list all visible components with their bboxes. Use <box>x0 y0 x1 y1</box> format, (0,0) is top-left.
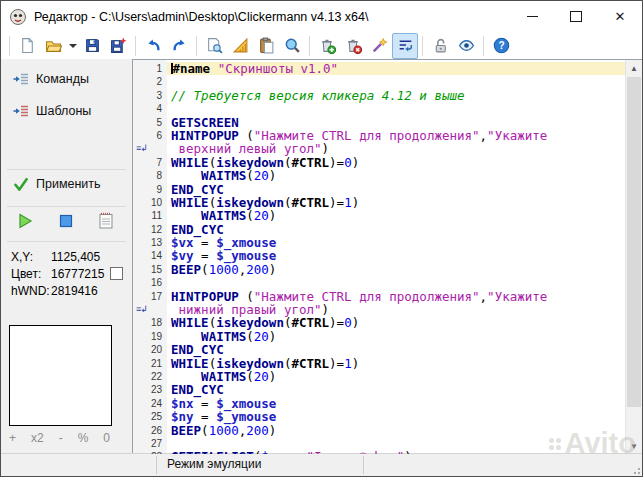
toolbar-separator <box>422 36 423 56</box>
toolbar-separator <box>9 36 10 56</box>
preview-zoom-minus[interactable]: - <box>59 431 63 445</box>
preview-zoom-x2[interactable]: x2 <box>31 431 44 445</box>
code-line: 16 <box>133 276 625 289</box>
code-text[interactable]: нижний правый угол") <box>167 303 625 316</box>
window-title: Редактор - C:\Users\admin\Desktop\Clicke… <box>34 10 510 24</box>
code-text[interactable]: $nx = $_xmouse <box>167 397 625 410</box>
undo-button[interactable] <box>140 33 166 59</box>
line-number: 16 <box>133 276 167 289</box>
code-line: 14$vy = $_ymouse <box>133 249 625 262</box>
save-button[interactable] <box>79 33 105 59</box>
lock-button[interactable] <box>427 33 453 59</box>
code-editor[interactable]: 1#name "Скриншоты v1.0"23// Требуется ве… <box>132 59 642 454</box>
templates-button[interactable]: Шаблоны <box>1 99 132 123</box>
code-text[interactable]: WAITMS(20) <box>167 209 625 222</box>
zoom-controls: +x2-%0 <box>9 431 110 445</box>
code-text[interactable]: HINTPOPUP ("Нажмите CTRL для продолжения… <box>167 290 625 303</box>
code-text[interactable]: GETSCREEN <box>167 116 625 129</box>
close-button[interactable]: ✕ <box>598 1 642 32</box>
scroll-up-button[interactable]: ▲ <box>626 60 642 76</box>
eye-button[interactable] <box>453 33 479 59</box>
minimize-button[interactable] <box>510 1 554 32</box>
commands-label: Команды <box>36 72 89 86</box>
code-line: 11 WAITMS(20) <box>133 209 625 222</box>
apply-check-icon <box>13 176 29 192</box>
apply-button[interactable]: Применить <box>1 172 132 196</box>
code-text[interactable]: WAITMS(20) <box>167 370 625 383</box>
code-text[interactable] <box>167 437 625 450</box>
line-number: 1 <box>133 62 167 75</box>
code-text[interactable]: WHILE(iskeydown(#CTRL)=0) <box>167 316 625 329</box>
code-line: 5GETSCREEN <box>133 116 625 129</box>
code-text[interactable]: WHILE(iskeydown(#CTRL)=1) <box>167 357 625 370</box>
code-text[interactable]: $vx = $_xmouse <box>167 236 625 249</box>
help-icon: ? <box>493 37 510 54</box>
open-dropdown-icon <box>69 44 77 48</box>
status-bar: Режим эмуляции <box>1 453 642 476</box>
wrap-marker: ≡↲ <box>133 303 167 316</box>
stop-button[interactable] <box>56 211 76 231</box>
code-text[interactable]: $ny = $_ymouse <box>167 410 625 423</box>
code-text[interactable]: HINTPOPUP ("Нажмите CTRL для продолжения… <box>167 129 625 142</box>
code-text[interactable]: #name "Скриншоты v1.0" <box>167 62 625 75</box>
maximize-button[interactable] <box>554 1 598 32</box>
code-text[interactable]: BEEP(1000,200) <box>167 424 625 437</box>
code-text[interactable]: WHILE(iskeydown(#CTRL)=0) <box>167 156 625 169</box>
code-text[interactable]: BEEP(1000,200) <box>167 263 625 276</box>
undo-icon <box>145 37 162 54</box>
code-text[interactable]: GETFILELIST($arr, "Image_*.bmp") <box>167 450 625 454</box>
code-text[interactable]: // Требуется версия кликера 4.12 и выше <box>167 89 625 102</box>
code-text[interactable] <box>167 276 625 289</box>
statusbar-divider <box>363 456 364 474</box>
maximize-icon <box>570 11 582 22</box>
line-number: 20 <box>133 343 167 356</box>
find-preview-button[interactable] <box>201 33 227 59</box>
word-wrap-button[interactable] <box>392 33 418 59</box>
trash-add-button[interactable] <box>314 33 340 59</box>
code-text[interactable]: WAITMS(20) <box>167 169 625 182</box>
code-line: 4 <box>133 102 625 115</box>
paste-button[interactable] <box>253 33 279 59</box>
code-text[interactable]: END_CYC <box>167 343 625 356</box>
hwnd-label: hWND: <box>11 284 51 298</box>
syntax-ruler-button[interactable] <box>227 33 253 59</box>
vertical-scrollbar[interactable]: ▲ ▼ <box>625 60 642 454</box>
preview-zoom-0[interactable]: 0 <box>103 431 110 445</box>
code-line: 24$nx = $_xmouse <box>133 397 625 410</box>
redo-icon <box>171 37 188 54</box>
code-text[interactable]: верхний левый угол") <box>167 142 625 155</box>
code-text[interactable]: WHILE(iskeydown(#CTRL)=1) <box>167 196 625 209</box>
trash-remove-button[interactable] <box>340 33 366 59</box>
code-text[interactable]: END_CYC <box>167 223 625 236</box>
resize-grip[interactable] <box>630 464 640 474</box>
preview-zoom-plus[interactable]: + <box>9 431 16 445</box>
redo-button[interactable] <box>166 33 192 59</box>
play-button[interactable] <box>15 211 35 231</box>
main-area: Команды Шаблоны Применить X,Y: <box>1 59 642 454</box>
line-number: 18 <box>133 316 167 329</box>
close-icon: ✕ <box>615 10 626 23</box>
help-button[interactable]: ? <box>488 33 514 59</box>
magic-wand-button[interactable] <box>366 33 392 59</box>
code-text[interactable]: WAITMS(20) <box>167 330 625 343</box>
code-text[interactable]: $vy = $_ymouse <box>167 249 625 262</box>
code-text[interactable]: END_CYC <box>167 383 625 396</box>
commands-button[interactable]: Команды <box>1 67 132 91</box>
code-text[interactable] <box>167 102 625 115</box>
search-zoom-button[interactable] <box>279 33 305 59</box>
scroll-down-button[interactable]: ▼ <box>626 438 642 454</box>
line-number: 22 <box>133 370 167 383</box>
scroll-thumb[interactable] <box>627 77 641 407</box>
code-text[interactable] <box>167 75 625 88</box>
line-number: 12 <box>133 223 167 236</box>
line-number: 10 <box>133 196 167 209</box>
open-dropdown-button[interactable] <box>66 33 79 59</box>
code-line: 18WHILE(iskeydown(#CTRL)=0) <box>133 316 625 329</box>
save-as-button[interactable] <box>105 33 131 59</box>
open-button[interactable] <box>40 33 66 59</box>
sidebar-separator <box>7 241 126 242</box>
log-button[interactable] <box>96 211 116 231</box>
code-text[interactable]: END_CYC <box>167 183 625 196</box>
preview-zoom-percent[interactable]: % <box>78 431 89 445</box>
new-file-button[interactable] <box>14 33 40 59</box>
